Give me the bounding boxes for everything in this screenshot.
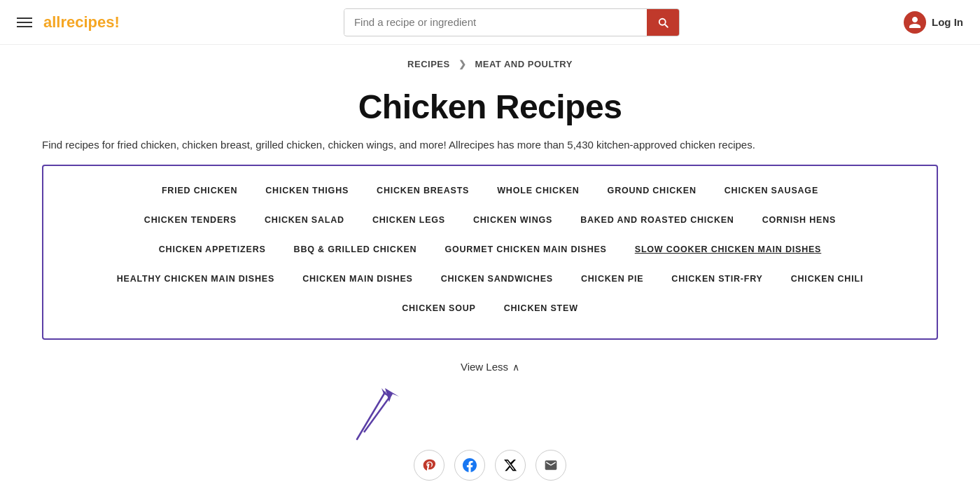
category-box: FRIED CHICKENCHICKEN THIGHSCHICKEN BREAS… xyxy=(42,165,938,340)
header: allrecipes! Log In xyxy=(0,0,980,45)
site-logo[interactable]: allrecipes! xyxy=(43,13,120,32)
category-item-chicken-stew[interactable]: CHICKEN STEW xyxy=(490,296,592,320)
category-item-chicken-wings[interactable]: CHICKEN WINGS xyxy=(459,208,566,232)
annotation-arrow xyxy=(0,387,980,443)
page-title: Chicken Recipes xyxy=(0,88,980,126)
category-item-chicken-main-dishes[interactable]: CHICKEN MAIN DISHES xyxy=(288,267,427,291)
category-item-fried-chicken[interactable]: FRIED CHICKEN xyxy=(148,179,251,202)
annotation-arrow-svg xyxy=(336,387,406,443)
facebook-icon xyxy=(463,458,477,472)
category-row-1: CHICKEN TENDERSCHICKEN SALADCHICKEN LEGS… xyxy=(50,208,930,232)
search-icon xyxy=(657,16,669,29)
twitter-share-button[interactable] xyxy=(495,450,526,481)
category-item-chicken-legs[interactable]: CHICKEN LEGS xyxy=(358,208,459,232)
category-item-chicken-appetizers[interactable]: CHICKEN APPETIZERS xyxy=(145,237,280,261)
user-icon xyxy=(908,15,922,29)
hamburger-menu-icon[interactable] xyxy=(17,18,32,27)
pinterest-icon xyxy=(422,458,436,472)
logo-exclamation: ! xyxy=(115,13,120,31)
search-button[interactable] xyxy=(647,9,679,36)
breadcrumb-separator: ❯ xyxy=(458,59,467,69)
breadcrumb-recipes-link[interactable]: RECIPES xyxy=(407,59,450,69)
category-row-4: CHICKEN SOUPCHICKEN STEW xyxy=(50,296,930,320)
email-icon xyxy=(544,458,558,472)
view-less-label: View Less xyxy=(461,361,508,373)
category-item-bbq-grilled-chicken[interactable]: BBQ & GRILLED CHICKEN xyxy=(280,237,431,261)
category-item-ground-chicken[interactable]: GROUND CHICKEN xyxy=(594,179,710,202)
category-item-chicken-soup[interactable]: CHICKEN SOUP xyxy=(388,296,489,320)
x-twitter-icon xyxy=(503,458,517,472)
category-item-chicken-thighs[interactable]: CHICKEN THIGHS xyxy=(251,179,363,202)
page-description: Find recipes for fried chicken, chicken … xyxy=(0,132,980,165)
login-label: Log In xyxy=(932,16,963,28)
category-row-0: FRIED CHICKENCHICKEN THIGHSCHICKEN BREAS… xyxy=(50,179,930,202)
search-input[interactable] xyxy=(344,9,647,35)
breadcrumb-current: MEAT AND POULTRY xyxy=(475,59,572,69)
category-row-2: CHICKEN APPETIZERSBBQ & GRILLED CHICKENG… xyxy=(50,237,930,261)
email-share-button[interactable] xyxy=(536,450,566,481)
facebook-share-button[interactable] xyxy=(454,450,485,481)
category-item-whole-chicken[interactable]: WHOLE CHICKEN xyxy=(483,179,593,202)
pinterest-share-button[interactable] xyxy=(414,450,444,481)
category-item-chicken-stir-fry[interactable]: CHICKEN STIR-FRY xyxy=(657,267,776,291)
category-item-chicken-sandwiches[interactable]: CHICKEN SANDWICHES xyxy=(427,267,567,291)
account-icon xyxy=(904,11,926,34)
category-item-chicken-breasts[interactable]: CHICKEN BREASTS xyxy=(363,179,483,202)
view-less-button[interactable]: View Less ∧ xyxy=(0,354,980,387)
category-item-slow-cooker-chicken-main-dishes[interactable]: SLOW COOKER CHICKEN MAIN DISHES xyxy=(621,237,835,261)
category-item-cornish-hens[interactable]: CORNISH HENS xyxy=(748,208,850,232)
category-item-baked-and-roasted-chicken[interactable]: BAKED AND ROASTED CHICKEN xyxy=(566,208,748,232)
header-left: allrecipes! xyxy=(17,13,120,32)
category-item-chicken-tenders[interactable]: CHICKEN TENDERS xyxy=(130,208,251,232)
social-share-section xyxy=(0,443,980,489)
page-title-section: Chicken Recipes xyxy=(0,76,980,132)
category-item-chicken-salad[interactable]: CHICKEN SALAD xyxy=(251,208,358,232)
category-row-3: HEALTHY CHICKEN MAIN DISHESCHICKEN MAIN … xyxy=(50,267,930,291)
login-area[interactable]: Log In xyxy=(904,11,963,34)
category-item-chicken-sausage[interactable]: CHICKEN SAUSAGE xyxy=(710,179,832,202)
svg-line-3 xyxy=(357,392,385,439)
search-bar xyxy=(344,8,680,36)
category-item-chicken-chili[interactable]: CHICKEN CHILI xyxy=(777,267,877,291)
category-item-healthy-chicken-main-dishes[interactable]: HEALTHY CHICKEN MAIN DISHES xyxy=(103,267,288,291)
category-item-chicken-pie[interactable]: CHICKEN PIE xyxy=(567,267,657,291)
logo-text-main: allrecipes xyxy=(43,13,115,31)
breadcrumb: RECIPES ❯ MEAT AND POULTRY xyxy=(0,45,980,76)
chevron-up-icon: ∧ xyxy=(512,361,519,373)
category-item-gourmet-chicken-main-dishes[interactable]: GOURMET CHICKEN MAIN DISHES xyxy=(430,237,620,261)
